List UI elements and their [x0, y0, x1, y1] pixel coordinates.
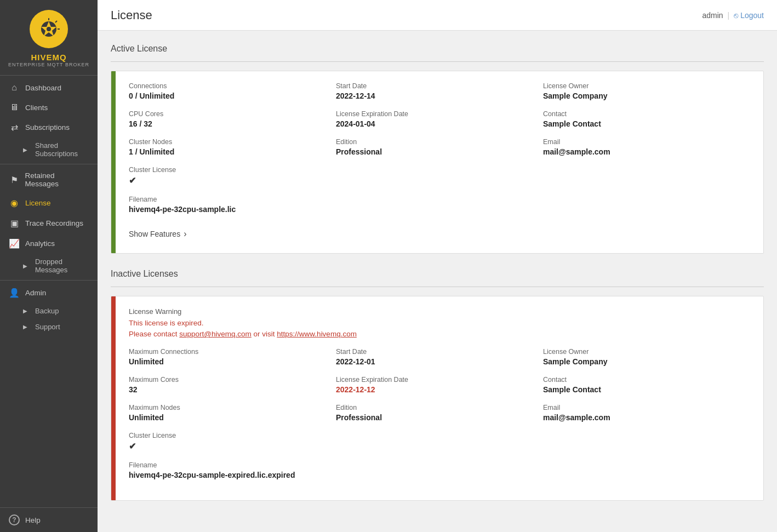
- sidebar-item-dashboard[interactable]: ⌂ Dashboard: [0, 78, 98, 98]
- inactive-expiration-label: License Expiration Date: [336, 376, 532, 384]
- max-nodes-value: Unlimited: [129, 413, 325, 422]
- sidebar-item-clients[interactable]: 🖥 Clients: [0, 98, 98, 117]
- warning-email-link[interactable]: support@hivemq.com: [179, 330, 252, 338]
- topbar-divider: |: [728, 11, 730, 20]
- sidebar-item-license[interactable]: ◉ License: [0, 193, 98, 213]
- active-cluster-license-label: Cluster License: [129, 166, 325, 174]
- sidebar-help[interactable]: ? Help: [0, 507, 98, 532]
- max-cores-label: Maximum Cores: [129, 376, 325, 384]
- sidebar-item-shared-subscriptions[interactable]: ▶ Shared Subscriptions: [0, 138, 98, 162]
- topbar: License admin | ⎋ Logout: [98, 0, 777, 31]
- start-date-label: Start Date: [336, 82, 532, 90]
- active-dates-field: Start Date 2022-12-14 License Expiration…: [336, 82, 543, 224]
- warning-line1: This license is expired.: [129, 319, 204, 327]
- home-icon: ⌂: [9, 83, 20, 93]
- sidebar-item-backup-label: Backup: [35, 307, 59, 315]
- sidebar-logo: HIVEMQ ENTERPRISE MQTT BROKER: [0, 0, 98, 76]
- content-area: Active License Connections 0 / Unlimited: [98, 31, 777, 529]
- sidebar-item-backup[interactable]: ▶ Backup: [0, 303, 98, 319]
- email-value: mail@sample.com: [543, 147, 739, 156]
- inactive-edition-value: Professional: [336, 413, 532, 422]
- help-label: Help: [25, 516, 41, 524]
- show-features-label: Show Features: [129, 230, 180, 238]
- sidebar-item-subscriptions[interactable]: ⇄ Subscriptions: [0, 117, 98, 138]
- sidebar-item-shared-subscriptions-label: Shared Subscriptions: [35, 141, 89, 158]
- inactive-owner-field: License Owner Sample Company Contact Sam…: [543, 348, 750, 489]
- warning-block: License Warning This license is expired.…: [129, 307, 750, 340]
- inactive-cluster-license-value: ✔: [129, 441, 325, 451]
- license-owner-label: License Owner: [543, 82, 739, 90]
- nav-divider-1: [0, 164, 98, 164]
- logout-icon: ⎋: [734, 11, 738, 20]
- inactive-start-date-label: Start Date: [336, 348, 532, 356]
- sidebar-item-retained-messages-label: Retained Messages: [25, 171, 89, 188]
- active-license-section: Active License Connections 0 / Unlimited: [111, 44, 764, 254]
- inactive-email-value: mail@sample.com: [543, 413, 739, 422]
- sidebar-item-retained-messages[interactable]: ⚑ Retained Messages: [0, 167, 98, 193]
- license-owner-value: Sample Company: [543, 91, 739, 100]
- inactive-cluster-license-label: Cluster License: [129, 432, 325, 439]
- license-icon: ◉: [9, 198, 20, 208]
- nav-section-main: ⌂ Dashboard 🖥 Clients ⇄ Subscriptions ▶ …: [0, 76, 98, 337]
- inactive-contact-label: Contact: [543, 376, 739, 384]
- inactive-license-section: Inactive Licenses License Warning This l…: [111, 269, 764, 501]
- sidebar-item-subscriptions-label: Subscriptions: [25, 123, 70, 131]
- cpu-cores-value: 16 / 32: [129, 119, 325, 128]
- warning-line2-prefix: Please contact: [129, 330, 179, 338]
- retained-messages-icon: ⚑: [9, 175, 20, 185]
- sidebar-item-support[interactable]: ▶ Support: [0, 319, 98, 335]
- inactive-expiration-value: 2022-12-12: [336, 385, 532, 394]
- inactive-license-title: Inactive Licenses: [111, 269, 764, 279]
- inactive-license-owner-label: License Owner: [543, 348, 739, 356]
- logo-icon: [30, 10, 68, 48]
- sidebar: HIVEMQ ENTERPRISE MQTT BROKER ⌂ Dashboar…: [0, 0, 98, 532]
- inactive-filename-label: Filename: [129, 461, 325, 469]
- sidebar-item-dashboard-label: Dashboard: [25, 84, 61, 92]
- logout-link[interactable]: ⎋ Logout: [734, 11, 764, 20]
- sidebar-item-admin[interactable]: 👤 Admin: [0, 283, 98, 303]
- active-filename-value: hivemq4-pe-32cpu-sample.lic: [129, 205, 325, 214]
- inactive-license-card: License Warning This license is expired.…: [111, 296, 764, 501]
- show-features-arrow-icon: ›: [184, 229, 186, 239]
- expand-arrow-2-icon: ▶: [23, 263, 27, 269]
- brand-sub: ENTERPRISE MQTT BROKER: [8, 62, 89, 67]
- expand-arrow-4-icon: ▶: [23, 324, 27, 330]
- active-cluster-license-value: ✔: [129, 175, 325, 186]
- inactive-connections-field: Maximum Connections Unlimited Maximum Co…: [129, 348, 336, 489]
- topbar-user: admin: [702, 11, 723, 20]
- sidebar-item-trace-recordings-label: Trace Recordings: [25, 219, 83, 227]
- active-connections-field: Connections 0 / Unlimited CPU Cores 16 /…: [129, 82, 336, 224]
- active-license-title: Active License: [111, 44, 764, 54]
- help-icon: ?: [9, 514, 20, 525]
- main-content: License admin | ⎋ Logout Active License: [98, 0, 777, 532]
- inactive-license-owner-value: Sample Company: [543, 357, 739, 366]
- expiration-label: License Expiration Date: [336, 110, 532, 118]
- sidebar-item-dropped-messages[interactable]: ▶ Dropped Messages: [0, 254, 98, 278]
- page-title: License: [111, 8, 152, 22]
- nav-divider-2: [0, 280, 98, 281]
- inactive-email-label: Email: [543, 404, 739, 411]
- svg-point-3: [47, 27, 51, 31]
- warning-url-link[interactable]: https://www.hivemq.com: [277, 330, 357, 338]
- inactive-start-date-value: 2022-12-01: [336, 357, 532, 366]
- sidebar-item-analytics[interactable]: 📈 Analytics: [0, 233, 98, 254]
- cpu-cores-label: CPU Cores: [129, 110, 325, 118]
- inactive-license-divider: [111, 287, 764, 287]
- sidebar-item-trace-recordings[interactable]: ▣ Trace Recordings: [0, 213, 98, 233]
- inactive-license-body: License Warning This license is expired.…: [116, 296, 763, 500]
- active-license-body: Connections 0 / Unlimited CPU Cores 16 /…: [116, 71, 763, 253]
- active-license-divider: [111, 61, 764, 62]
- active-license-stripe: [111, 71, 116, 253]
- active-license-card: Connections 0 / Unlimited CPU Cores 16 /…: [111, 71, 764, 254]
- warning-text: This license is expired. Please contact …: [129, 318, 750, 340]
- connections-value: 0 / Unlimited: [129, 91, 325, 100]
- logout-label: Logout: [740, 11, 764, 20]
- show-features-button[interactable]: Show Features ›: [129, 226, 187, 242]
- cluster-nodes-label: Cluster Nodes: [129, 138, 325, 146]
- trace-icon: ▣: [9, 218, 20, 228]
- inactive-filename-value: hivemq4-pe-32cpu-sample-expired.lic.expi…: [129, 471, 325, 479]
- inactive-license-grid: Maximum Connections Unlimited Maximum Co…: [129, 348, 750, 489]
- max-cores-value: 32: [129, 385, 325, 394]
- warning-line2-mid: or visit: [252, 330, 277, 338]
- inactive-contact-value: Sample Contact: [543, 385, 739, 394]
